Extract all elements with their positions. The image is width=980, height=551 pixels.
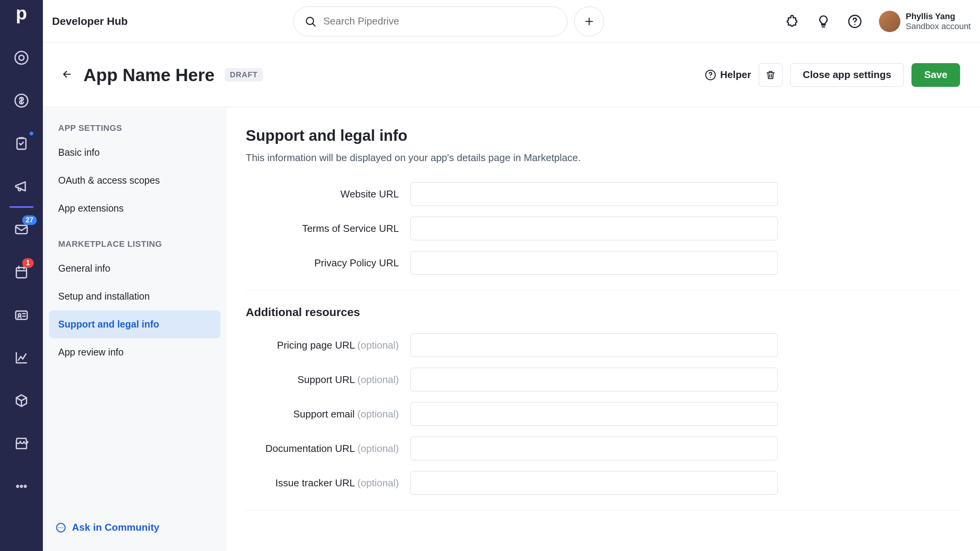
avatar (879, 11, 900, 32)
arrow-left-icon (61, 68, 73, 80)
user-menu[interactable]: Phyllis Yang Sandbox account (879, 11, 971, 32)
nav-mail[interactable]: 27 (0, 208, 43, 251)
svg-point-0 (15, 51, 28, 64)
svg-point-10 (24, 486, 26, 487)
help-icon (848, 14, 862, 29)
privacy-url-input[interactable] (410, 251, 778, 275)
search-bar[interactable] (293, 7, 567, 36)
form-panel: Support and legal info This information … (227, 107, 980, 551)
brand-logo: p (0, 4, 43, 23)
support-email-input[interactable] (410, 402, 778, 426)
nav-more[interactable] (0, 465, 43, 508)
sidebar-item-extensions[interactable]: App extensions (49, 194, 220, 222)
sidebar-section-app-settings: APP SETTINGS (49, 118, 220, 139)
helper-label: Helper (720, 69, 751, 81)
sidebar-item-general-info[interactable]: General info (49, 254, 220, 282)
page-description: This information will be displayed on yo… (246, 152, 961, 164)
delete-button[interactable] (759, 63, 782, 87)
nav-contacts[interactable] (0, 293, 43, 336)
nav-campaigns[interactable] (0, 165, 43, 208)
close-settings-button[interactable]: Close app settings (790, 63, 904, 87)
back-button[interactable] (57, 65, 77, 85)
nav-products[interactable] (0, 379, 43, 422)
svg-rect-5 (16, 267, 27, 278)
docs-url-input[interactable] (410, 437, 778, 460)
chat-icon (55, 522, 67, 533)
quick-add-button[interactable] (574, 7, 604, 36)
sidebar-item-support-legal[interactable]: Support and legal info (49, 310, 220, 338)
trash-icon (765, 70, 776, 80)
svg-point-8 (17, 486, 19, 487)
target-icon (14, 50, 29, 65)
issue-tracker-label: Issue tracker URL (optional) (246, 477, 410, 489)
ellipsis-icon (14, 479, 29, 494)
plus-icon (583, 16, 595, 27)
chart-icon (14, 350, 29, 365)
left-nav-rail: p 27 1 (0, 0, 43, 551)
tos-url-input[interactable] (410, 217, 778, 240)
community-link[interactable]: Ask in Community (49, 515, 220, 540)
sidebar-item-oauth[interactable]: OAuth & access scopes (49, 166, 220, 194)
page-title: Support and legal info (246, 127, 961, 144)
help-icon (705, 69, 716, 81)
svg-rect-4 (16, 225, 27, 234)
sidebar-item-basic-info[interactable]: Basic info (49, 139, 220, 166)
app-title: App Name Here (83, 65, 215, 85)
integrations-button[interactable] (785, 14, 799, 29)
nav-deals[interactable] (0, 79, 43, 122)
website-url-label: Website URL (246, 188, 410, 200)
docs-url-label: Documentation URL (optional) (246, 443, 410, 455)
nav-projects[interactable] (0, 122, 43, 165)
hub-title: Developer Hub (52, 15, 128, 28)
issue-tracker-input[interactable] (410, 471, 778, 495)
additional-heading: Additional resources (246, 306, 961, 319)
puzzle-icon (785, 14, 799, 29)
support-url-input[interactable] (410, 368, 778, 391)
pricing-url-input[interactable] (410, 333, 778, 357)
mail-badge: 27 (22, 215, 37, 225)
search-input[interactable] (323, 15, 556, 27)
support-email-label: Support email (optional) (246, 408, 410, 420)
tos-url-label: Terms of Service URL (246, 223, 410, 235)
pricing-url-label: Pricing page URL (optional) (246, 339, 410, 351)
dollar-icon (14, 93, 29, 108)
megaphone-icon (14, 179, 29, 194)
clipboard-icon (14, 136, 29, 151)
search-icon (304, 15, 317, 28)
tips-button[interactable] (816, 14, 831, 29)
nav-marketplace[interactable] (0, 422, 43, 465)
status-badge: DRAFT (225, 68, 263, 82)
section-divider (246, 290, 961, 290)
contact-card-icon (14, 307, 29, 323)
svg-point-1 (19, 55, 24, 60)
support-url-label: Support URL (optional) (246, 374, 410, 386)
sidebar-section-marketplace: MARKETPLACE LISTING (49, 234, 220, 254)
help-button[interactable] (848, 14, 862, 29)
package-icon (14, 393, 29, 408)
topbar: Developer Hub (43, 0, 980, 43)
save-button[interactable]: Save (911, 63, 960, 87)
svg-point-9 (21, 486, 23, 487)
section-divider (246, 510, 961, 510)
lightbulb-icon (816, 14, 831, 29)
page-header: App Name Here DRAFT Helper Close app set… (43, 43, 980, 107)
user-name: Phyllis Yang (906, 11, 971, 21)
privacy-url-label: Privacy Policy URL (246, 257, 410, 269)
account-type: Sandbox account (906, 21, 971, 31)
website-url-input[interactable] (410, 182, 778, 206)
helper-link[interactable]: Helper (705, 69, 751, 81)
nav-activities[interactable]: 1 (0, 251, 43, 293)
notification-dot (29, 132, 33, 135)
nav-insights[interactable] (0, 336, 43, 379)
sidebar-item-review-info[interactable]: App review info (49, 338, 220, 366)
settings-sidebar: APP SETTINGS Basic info OAuth & access s… (43, 107, 227, 551)
nav-leads[interactable] (0, 36, 43, 79)
sidebar-item-setup-install[interactable]: Setup and installation (49, 282, 220, 310)
storefront-icon (14, 436, 29, 451)
activities-badge: 1 (22, 258, 34, 268)
community-link-label: Ask in Community (72, 522, 159, 533)
